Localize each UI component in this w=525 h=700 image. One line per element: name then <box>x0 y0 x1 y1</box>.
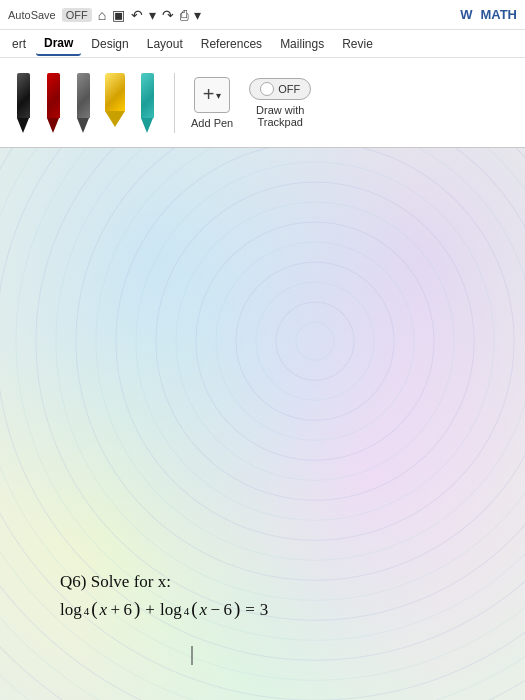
redo-dropdown-icon[interactable]: ▾ <box>149 7 156 23</box>
menu-item-design[interactable]: Design <box>83 33 136 55</box>
pen-red[interactable] <box>42 73 64 133</box>
pen-yellow-highlighter[interactable] <box>102 73 128 133</box>
log1-arg: x + 6 <box>100 600 132 620</box>
menu-item-draw[interactable]: Draw <box>36 32 81 56</box>
paren2-open: ( <box>191 598 197 620</box>
title-bar-left: AutoSave OFF ⌂ ▣ ↶ ▾ ↷ ⎙ ▾ <box>8 7 448 23</box>
title-bar: AutoSave OFF ⌂ ▣ ↶ ▾ ↷ ⎙ ▾ W MATH <box>0 0 525 30</box>
add-pen-label: Add Pen <box>191 117 233 129</box>
toggle-circle-icon <box>260 82 274 96</box>
log1-base: 4 <box>84 605 90 617</box>
autosave-toggle[interactable]: OFF <box>62 8 92 22</box>
log2-text: log <box>160 600 182 620</box>
toggle-label: OFF <box>278 83 300 95</box>
menu-item-mailings[interactable]: Mailings <box>272 33 332 55</box>
draw-trackpad-toggle[interactable]: OFF <box>249 78 311 100</box>
menu-bar: ert Draw Design Layout References Mailin… <box>0 30 525 58</box>
undo2-icon[interactable]: ↷ <box>162 7 174 23</box>
add-pen-section: + ▾ Add Pen <box>191 77 233 129</box>
title-bar-right: W MATH <box>456 5 517 24</box>
math-content: Q6) Solve for x: log 4 ( x + 6 ) + log 4… <box>60 572 268 620</box>
pen-teal[interactable] <box>136 73 158 133</box>
app-title: MATH <box>480 7 517 22</box>
pen-black[interactable] <box>12 73 34 133</box>
draw-trackpad-label: Draw withTrackpad <box>256 104 304 128</box>
plus-sign: + <box>145 600 155 620</box>
ribbon: + ▾ Add Pen OFF Draw withTrackpad <box>0 58 525 148</box>
equals-sign: = <box>245 600 255 620</box>
math-equation: log 4 ( x + 6 ) + log 4 ( x − 6 ) = 3 <box>60 598 268 620</box>
paren1-close: ) <box>134 598 140 620</box>
paren1-open: ( <box>91 598 97 620</box>
menu-item-layout[interactable]: Layout <box>139 33 191 55</box>
word-logo: W <box>456 5 476 24</box>
title-bar-icons: ⌂ ▣ ↶ ▾ ↷ ⎙ ▾ <box>98 7 201 23</box>
question-text: Q6) Solve for x: <box>60 572 171 591</box>
undo-icon[interactable]: ↶ <box>131 7 143 23</box>
customize-icon[interactable]: ▾ <box>194 7 201 23</box>
rhs-value: 3 <box>260 600 269 620</box>
menu-item-review[interactable]: Revie <box>334 33 381 55</box>
home-icon[interactable]: ⌂ <box>98 7 106 23</box>
pen-tools <box>12 73 158 133</box>
pen-gray[interactable] <box>72 73 94 133</box>
log1-text: log <box>60 600 82 620</box>
paren2-close: ) <box>234 598 240 620</box>
document-area: Q6) Solve for x: log 4 ( x + 6 ) + log 4… <box>0 148 525 700</box>
save-icon[interactable]: ▣ <box>112 7 125 23</box>
text-cursor: | <box>190 642 194 665</box>
ribbon-separator <box>174 73 175 133</box>
menu-item-ert[interactable]: ert <box>4 33 34 55</box>
log2-arg: x − 6 <box>199 600 231 620</box>
menu-item-references[interactable]: References <box>193 33 270 55</box>
autosave-label: AutoSave <box>8 9 56 21</box>
question-line: Q6) Solve for x: <box>60 572 268 592</box>
log2-base: 4 <box>184 605 190 617</box>
draw-trackpad-section: OFF Draw withTrackpad <box>249 78 311 128</box>
print-icon[interactable]: ⎙ <box>180 7 188 23</box>
add-pen-button[interactable]: + ▾ <box>194 77 230 113</box>
